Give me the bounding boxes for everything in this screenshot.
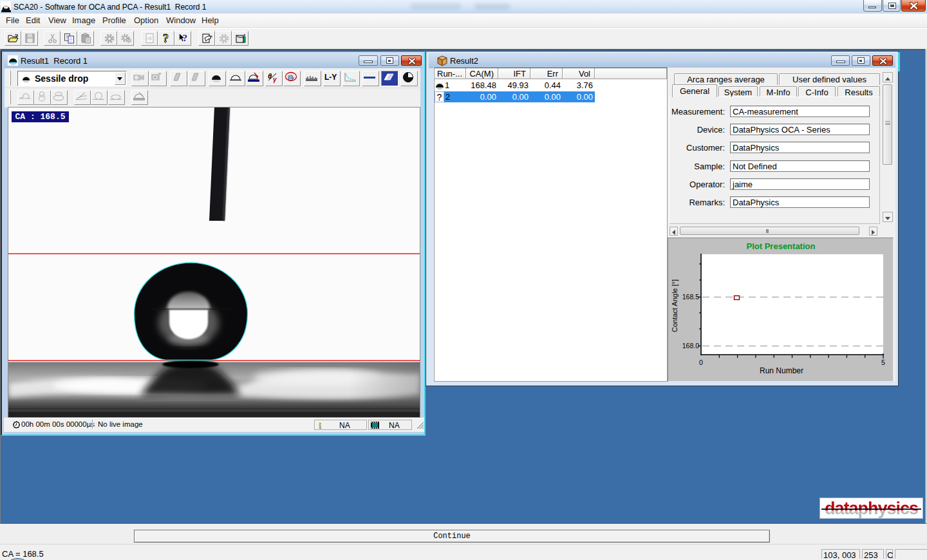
svg-text:γ: γ [273,76,277,83]
svg-text:L-Y: L-Y [324,73,337,82]
svg-text:θ: θ [268,72,272,80]
svg-text:Plot Presentation: Plot Presentation [747,241,816,251]
svg-text:5: 5 [881,359,885,366]
svg-text:168.0: 168.0 [682,342,699,350]
svg-text:Contact Angle [°]: Contact Angle [°] [671,279,679,332]
svg-text:168.5: 168.5 [682,293,699,301]
svg-text:>E: >E [147,36,152,41]
svg-text:Run Number: Run Number [760,366,803,375]
svg-text:0: 0 [699,359,703,366]
svg-text:?: ? [163,33,169,44]
